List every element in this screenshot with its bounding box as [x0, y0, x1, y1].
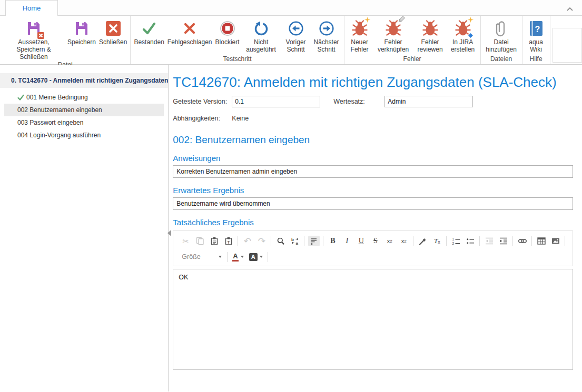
step-row-001[interactable]: 001 Meine Bedingung — [4, 91, 164, 104]
main-panel: TC142670: Anmelden mit richtigen Zugangs… — [169, 65, 582, 391]
select-all-icon[interactable] — [307, 235, 321, 247]
save-button[interactable]: Speichern — [66, 17, 97, 61]
page-title: TC142670: Anmelden mit richtigen Zugangs… — [173, 73, 565, 91]
svg-text:2: 2 — [452, 242, 454, 245]
group-label-fehler: Fehler — [344, 55, 480, 64]
value-set-label: Wertesatz: — [333, 98, 384, 105]
svg-text:1: 1 — [452, 237, 454, 241]
check-icon — [141, 18, 157, 38]
expected-result-label: Erwartetes Ergebnis — [173, 186, 573, 195]
previous-step-button[interactable]: Voriger Schritt — [281, 17, 311, 55]
blocked-button[interactable]: Blockiert — [214, 17, 241, 55]
splitter-collapse-arrow[interactable] — [167, 230, 171, 236]
actual-result-editor[interactable]: OK — [173, 269, 573, 370]
failed-button[interactable]: Fehlgeschlagen — [166, 17, 214, 55]
strikethrough-icon[interactable]: S — [368, 235, 382, 247]
add-file-button[interactable]: Datei hinzufügen — [482, 17, 520, 55]
group-label-hilfe: Hilfe — [522, 55, 550, 64]
content-area: 0. TC142670 - Anmelden mit richtigen Zug… — [0, 65, 582, 391]
step-row-002[interactable]: 002 Benutzernamen eingeben — [4, 104, 164, 116]
bug-link-icon — [386, 18, 401, 38]
search-icon[interactable] — [273, 235, 288, 247]
group-label-testschritt: Testschritt — [131, 55, 343, 64]
value-set-input[interactable] — [384, 96, 473, 107]
ribbon-group-dateien: Datei hinzufügen Dateien — [481, 16, 522, 64]
test-steps-sidebar: 0. TC142670 - Anmelden mit richtigen Zug… — [0, 65, 169, 391]
step-heading: 002: Benutzernamen eingeben — [173, 134, 573, 146]
not-run-button[interactable]: Nicht ausgeführt — [241, 17, 281, 55]
close-icon — [106, 18, 121, 38]
suspend-save-close-button[interactable]: Aussetzen, Speichern & Schließen — [2, 17, 66, 61]
link-defect-button[interactable]: Fehler verknüpfen — [373, 17, 413, 55]
next-step-button[interactable]: Nächster Schritt — [311, 17, 342, 55]
bold-icon[interactable]: B — [325, 235, 340, 247]
expected-result-input[interactable] — [173, 197, 573, 210]
step-row-004[interactable]: 004 Login-Vorgang ausführen — [4, 129, 164, 142]
subscript-icon[interactable]: x2 — [382, 235, 397, 247]
wiki-book-icon: ? — [529, 18, 543, 38]
svg-text:T: T — [227, 240, 230, 245]
tested-version-input[interactable] — [232, 96, 320, 107]
link-icon[interactable] — [515, 235, 529, 247]
step-row-003[interactable]: 003 Passwort eingeben — [4, 116, 164, 129]
group-label-dateien: Dateien — [481, 55, 522, 64]
save-close-icon — [26, 18, 42, 38]
passed-check-icon — [17, 94, 24, 101]
decrease-indent-icon — [482, 235, 496, 247]
new-defect-button[interactable]: Neuer Fehler — [346, 17, 373, 55]
numbered-list-icon[interactable]: 12 — [449, 235, 463, 247]
ribbon-tab-row: Home — [0, 0, 582, 16]
svg-text:a: a — [295, 241, 298, 245]
ribbon: Home — [0, 0, 582, 65]
tab-home-label: Home — [23, 4, 41, 12]
instructions-input[interactable] — [173, 165, 573, 178]
bullet-list-icon[interactable] — [463, 235, 477, 247]
ribbon-group-fehler: Neuer Fehler — [344, 16, 481, 64]
ribbon-group-datei: Aussetzen, Speichern & Schließen Speiche… — [0, 16, 131, 64]
review-defect-button[interactable]: Fehler reviewen — [413, 17, 447, 55]
cut-icon: ✂ — [179, 235, 193, 247]
passed-button[interactable]: Bestanden — [132, 17, 165, 55]
font-color-button[interactable]: A — [230, 253, 246, 262]
actual-result-label: Tatsächliches Ergebnis — [173, 218, 573, 227]
tab-home[interactable]: Home — [5, 0, 58, 16]
increase-indent-icon[interactable] — [496, 235, 510, 247]
testcase-header-row[interactable]: 0. TC142670 - Anmelden mit richtigen Zug… — [0, 73, 168, 88]
svg-text:b: b — [291, 237, 294, 242]
step-list: 001 Meine Bedingung 002 Benutzernamen ei… — [0, 91, 168, 142]
ribbon-group-hilfe: ? aqua Wiki Hilfe — [522, 16, 550, 64]
collapse-ribbon-icon[interactable] — [566, 4, 574, 14]
circle-right-arrow-icon — [319, 18, 334, 38]
chevron-down-icon — [219, 256, 222, 258]
aqua-wiki-button[interactable]: ? aqua Wiki — [524, 17, 548, 55]
chevron-down-icon — [241, 256, 244, 258]
table-icon[interactable] — [534, 235, 548, 247]
underline-icon[interactable]: U — [354, 235, 368, 247]
format-painter-icon[interactable] — [416, 235, 430, 247]
image-icon[interactable] — [548, 235, 563, 247]
tested-version-label: Getestete Version: — [173, 98, 232, 105]
replace-icon[interactable]: b a — [288, 235, 302, 247]
bug-icon — [422, 18, 438, 38]
remove-format-icon[interactable]: Tx — [430, 235, 444, 247]
svg-text:?: ? — [535, 24, 540, 33]
circle-left-arrow-icon — [288, 18, 304, 38]
background-color-button[interactable]: A — [246, 253, 265, 261]
redo-icon: ↷ — [254, 235, 269, 247]
dependencies-label: Abhängigkeiten: — [173, 115, 232, 122]
chevron-down-icon — [260, 256, 263, 258]
superscript-icon[interactable]: x2 — [397, 235, 411, 247]
paste-icon[interactable] — [207, 235, 221, 247]
close-button[interactable]: Schließen — [97, 17, 129, 61]
create-jira-button[interactable]: In JIRA erstellen — [447, 17, 479, 55]
paperclip-icon — [495, 18, 508, 38]
red-x-icon — [182, 18, 197, 38]
save-icon — [74, 18, 90, 38]
richtext-toolbar: ✂ T ↶ ↷ b a — [173, 230, 573, 266]
paste-plain-text-icon[interactable]: T — [221, 235, 235, 247]
font-size-dropdown[interactable]: Größe — [179, 251, 225, 263]
copy-icon — [193, 235, 207, 247]
italic-icon[interactable]: I — [340, 235, 354, 247]
bug-jira-icon — [455, 18, 471, 38]
bug-new-icon — [352, 18, 368, 38]
